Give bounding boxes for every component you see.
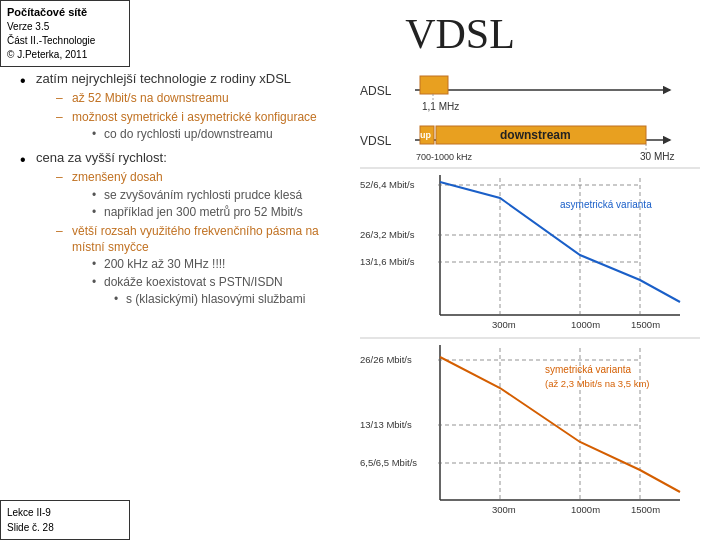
sub-2-1: zmenšený dosah se zvyšováním rychlosti p… — [56, 170, 350, 221]
svg-text:13/1,6 Mbit/s: 13/1,6 Mbit/s — [360, 256, 415, 267]
subsub-1-2-1-text: co do rychlosti up/downstreamu — [104, 127, 273, 141]
charts-svg: ADSL 1,1 MHz VDSL up downstream 700-1000… — [360, 70, 710, 535]
info-title: Počítačové sítě — [7, 5, 123, 20]
svg-text:(až 2,3 Mbit/s na 3,5 km): (až 2,3 Mbit/s na 3,5 km) — [545, 378, 650, 389]
sub-1-2: možnost symetrické i asymetrické konfigu… — [56, 110, 350, 143]
svg-text:symetrická  varianta: symetrická varianta — [545, 364, 632, 375]
info-line1: Verze 3.5 — [7, 20, 123, 34]
svg-text:1000m: 1000m — [571, 504, 600, 515]
sub-2-2-text: větší rozsah využitého frekvenčního pásm… — [72, 224, 319, 254]
subsub-1-2-1: co do rychlosti up/downstreamu — [92, 127, 350, 143]
bullet-2-text: cena za vyšší rychlost: — [36, 150, 167, 165]
svg-text:300m: 300m — [492, 319, 516, 330]
bullet-1: zatím nejrychlejší technologie z rodiny … — [20, 70, 350, 143]
subsub-2-1-1: se zvyšováním rychlosti prudce klesá — [92, 188, 350, 204]
info-line3: © J.Peterka, 2011 — [7, 48, 123, 62]
svg-text:300m: 300m — [492, 504, 516, 515]
svg-text:1500m: 1500m — [631, 504, 660, 515]
subsub-2-2-2-text: dokáže koexistovat s PSTN/ISDN — [104, 275, 283, 289]
svg-text:1500m: 1500m — [631, 319, 660, 330]
subsub-2-2-2: dokáže koexistovat s PSTN/ISDN s (klasic… — [92, 275, 350, 308]
svg-rect-1 — [420, 76, 448, 94]
svg-text:asymetrická  varianta: asymetrická varianta — [560, 199, 652, 210]
svg-text:700-1000 kHz: 700-1000 kHz — [416, 152, 473, 162]
subsub-2-2-1-text: 200 kHz až 30 MHz !!!! — [104, 257, 225, 271]
sub-1-1-text: až 52 Mbit/s na downstreamu — [72, 91, 229, 105]
svg-text:26/26 Mbit/s: 26/26 Mbit/s — [360, 354, 412, 365]
bullet-2: cena za vyšší rychlost: zmenšený dosah s… — [20, 149, 350, 308]
svg-text:52/6,4 Mbit/s: 52/6,4 Mbit/s — [360, 179, 415, 190]
svg-text:1000m: 1000m — [571, 319, 600, 330]
bottom-line1: Lekce II-9 — [7, 505, 123, 520]
adsl-label: ADSL — [360, 84, 392, 98]
svg-text:30 MHz: 30 MHz — [640, 151, 674, 162]
svg-text:6,5/6,5 Mbit/s: 6,5/6,5 Mbit/s — [360, 457, 417, 468]
subsub-2-1-1-text: se zvyšováním rychlosti prudce klesá — [104, 188, 302, 202]
vdsl-label: VDSL — [360, 134, 392, 148]
subsubsub-2-2-2-1-text: s (klasickými) hlasovými službami — [126, 292, 305, 306]
subsub-2-2-1: 200 kHz až 30 MHz !!!! — [92, 257, 350, 273]
sub-1-2-text: možnost symetrické i asymetrické konfigu… — [72, 110, 317, 124]
svg-text:downstream: downstream — [500, 128, 571, 142]
svg-text:1,1 MHz: 1,1 MHz — [422, 101, 459, 112]
bullet-1-text: zatím nejrychlejší technologie z rodiny … — [36, 71, 291, 86]
sub-1-1: až 52 Mbit/s na downstreamu — [56, 91, 350, 107]
subsub-2-1-2: například jen 300 metrů pro 52 Mbit/s — [92, 205, 350, 221]
bottom-line2: Slide č. 28 — [7, 520, 123, 535]
subsubsub-2-2-2-1: s (klasickými) hlasovými službami — [114, 292, 350, 308]
sub-2-1-text: zmenšený dosah — [72, 170, 163, 184]
bottom-info-box: Lekce II-9 Slide č. 28 — [0, 500, 130, 540]
left-content: zatím nejrychlejší technologie z rodiny … — [10, 70, 350, 314]
svg-text:up: up — [420, 130, 431, 140]
subsub-2-1-2-text: například jen 300 metrů pro 52 Mbit/s — [104, 205, 303, 219]
svg-text:13/13 Mbit/s: 13/13 Mbit/s — [360, 419, 412, 430]
svg-text:26/3,2 Mbit/s: 26/3,2 Mbit/s — [360, 229, 415, 240]
right-diagram: ADSL 1,1 MHz VDSL up downstream 700-1000… — [360, 70, 710, 535]
info-line2: Část II.-Technologie — [7, 34, 123, 48]
page-title: VDSL — [200, 10, 720, 58]
sub-2-2: větší rozsah využitého frekvenčního pásm… — [56, 224, 350, 308]
info-box: Počítačové sítě Verze 3.5 Část II.-Techn… — [0, 0, 130, 67]
